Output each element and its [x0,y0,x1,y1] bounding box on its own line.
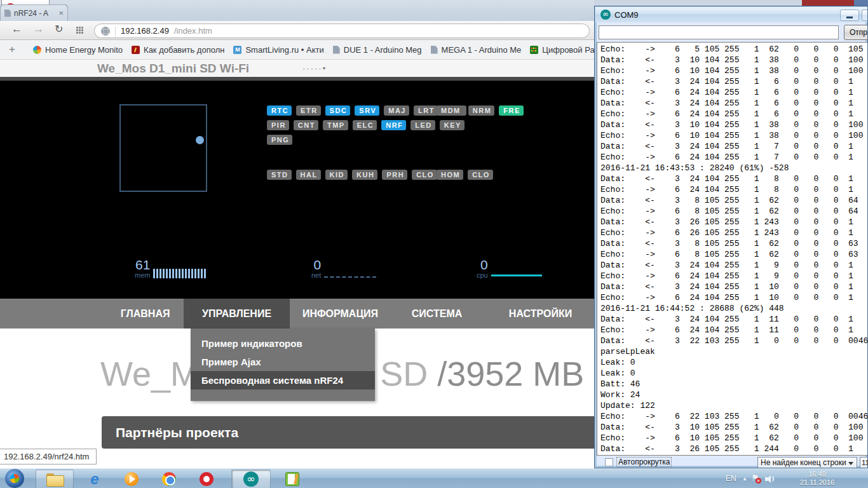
baud-rate-select[interactable]: 115200 [860,457,868,468]
taskbar-explorer-button[interactable] [36,470,74,488]
serial-log-line: Data: <- 3 26 105 255 1 244 0 0 0 1 [600,444,867,454]
status-badge: PRH [382,170,407,180]
serial-monitor-window: COM9 Отправить Echo: -> 6 5 105 255 1 62… [594,6,868,468]
status-badge: KEY [440,120,465,130]
bookmark-item[interactable]: SmartLiving.ru • Акти [233,45,323,55]
status-badge: KUH [352,170,377,180]
taskbar-media-player-button[interactable] [116,470,147,488]
browser-tab[interactable]: nRF24 - A × [0,4,68,21]
bookmark-label: Home Energy Monito [45,45,123,55]
bookmark-label: DUE 1 - Arduino Meg [344,45,422,55]
badge-row-home: HOMCLO [437,170,493,180]
bookmark-favicon [132,46,140,54]
chevron-down-icon [848,462,853,465]
partners-section-title: Партнёры проекта [102,416,604,449]
maximize-button[interactable] [862,10,868,21]
serial-log-line: Data: <- 3 24 104 255 1 8 0 0 0 1 [600,173,867,184]
page-icon [4,10,11,17]
serial-log-line: Data: <- 3 24 104 255 1 10 0 0 0 1 [600,281,867,292]
status-badge: NRM [468,105,495,116]
status-badge: PNG [267,135,292,145]
taskbar-editor-button[interactable] [276,470,309,488]
bookmark-label: MEGA 1 - Arduino Me [442,45,522,55]
site-title: We_Mos D1_mini SD Wi-Fi [97,62,249,76]
status-badge: LED [410,120,435,130]
serial-output[interactable]: Echo: -> 6 5 105 255 1 62 0 0 0 105Data:… [597,42,868,456]
chrome-icon [162,472,176,486]
bookmark-item[interactable]: Home Energy Monito [33,45,123,55]
bookmark-label: SmartLiving.ru • Акти [245,45,323,55]
line-ending-select[interactable]: Не найден конец строки [757,457,857,468]
language-indicator[interactable]: EN [726,474,736,483]
badge-row-png: PNG [267,135,292,145]
site-header-dots: ·····• [302,64,327,73]
nav-item[interactable]: СИСТЕМА [391,299,483,329]
system-tray: EN ▲ ⚑× 16:48 21.11.2016 [722,469,868,488]
serial-log-line: Data: <- 3 26 105 255 1 243 0 0 0 1 [600,217,867,227]
dropdown-menu-item[interactable]: Пример индикаторов [191,334,375,353]
serial-log-line: Echo: -> 6 24 104 255 1 6 0 0 0 1 [600,87,867,98]
status-badge: CLO [412,170,437,180]
serial-log-line: Update: 122 [600,400,867,411]
speed-dial-icon[interactable] [76,27,83,34]
page-heading-size: /3952 MB :) [437,355,614,393]
volume-wave [771,476,774,482]
serial-bottom-bar: Автопрокрутка Не найден конец строки 115… [597,457,868,468]
nav-item[interactable]: НАСТРОЙКИ [483,299,598,329]
bookmark-item[interactable]: DUE 1 - Arduino Meg [333,45,422,55]
close-tab-icon[interactable]: × [58,10,64,17]
windows-logo-icon [10,473,20,484]
taskbar-chrome-button[interactable] [153,470,186,488]
desktop: Меню DS18b20 × AMS-temp × DS18b20 × 192.… [0,0,868,488]
nav-item[interactable]: ИНФОРМАЦИЯ [290,299,391,329]
forward-icon[interactable]: → [33,23,44,36]
serial-log-line: 2016-11-21 16:43:53 : 28240 (61%) -528 [600,163,867,173]
dropdown-menu-item[interactable]: Пример Ajax [191,353,375,371]
volume-icon[interactable] [765,475,775,483]
status-badge: CNT [294,120,318,130]
add-bookmark-icon[interactable]: + [9,43,15,56]
taskbar-opera-button[interactable] [189,470,224,488]
badge-row-modem: MDMNRMFRE [437,105,524,116]
serial-log-line: Echo: -> 6 24 104 255 1 11 0 0 0 1 [600,325,867,336]
bookmark-item[interactable]: MEGA 1 - Arduino Me [431,45,522,55]
status-badge: PIR [267,120,289,130]
action-center-flag-icon[interactable]: ⚑× [751,473,759,483]
reload-icon[interactable]: ↻ [55,23,63,35]
send-button[interactable]: Отправить [844,25,868,40]
serial-input[interactable] [599,25,839,39]
autoscroll-checkbox[interactable] [605,458,613,466]
cpu-label: cpu [477,271,488,279]
address-bar[interactable]: 192.168.2.49 /index.htm [94,24,590,38]
serial-log-line: Echo: -> 6 8 105 255 1 62 0 0 0 64 [600,206,867,217]
address-path: /index.htm [174,26,212,36]
dropdown-menu-item[interactable]: Беспроводная система nRF24 [191,371,375,390]
serial-log-line: Data: <- 3 24 104 255 1 9 0 0 0 1 [600,260,867,271]
autoscroll-label: Автопрокрутка [617,458,671,466]
minimize-button[interactable] [840,10,859,21]
arduino-icon [243,471,259,487]
arduino-icon [600,10,611,20]
network-label: net [311,271,321,279]
clock[interactable]: 16:48 21.11.2016 [793,470,841,487]
sensor-dot [196,136,204,144]
start-button[interactable] [5,469,24,488]
status-badge: CLO [468,170,493,180]
serial-log-line: Data: <- 3 24 104 255 1 6 0 0 0 1 [600,98,867,109]
status-badge: SDC [325,105,351,116]
nav-item[interactable]: ГЛАВНАЯ [107,299,184,329]
serial-title-bar[interactable]: COM9 [595,7,868,22]
taskbar-ie-button[interactable]: e [79,470,111,488]
serial-log-line: Data: <- 3 10 105 255 1 62 0 0 0 100 [600,422,867,433]
bookmark-item[interactable]: Как добавить дополн [132,45,224,55]
hidden-icons-chevron-icon[interactable]: ▲ [742,476,747,482]
taskbar-arduino-button[interactable] [231,470,271,488]
serial-log-line: Echo: -> 6 26 105 255 1 243 0 0 0 1 [600,227,867,238]
back-icon[interactable]: ← [11,23,22,36]
serial-log-line: Data: <- 3 22 103 255 1 0 0 0 0 0046 24 [600,336,867,346]
serial-log-line: Echo: -> 6 24 104 255 1 6 0 0 0 1 [600,109,867,119]
status-badge: STD [267,170,292,180]
status-badge: HOM [437,170,463,180]
nav-item[interactable]: УПРАВЛЕНИЕ [184,299,290,329]
serial-log-line: Data: <- 3 8 105 255 1 62 0 0 0 64 [600,195,867,206]
